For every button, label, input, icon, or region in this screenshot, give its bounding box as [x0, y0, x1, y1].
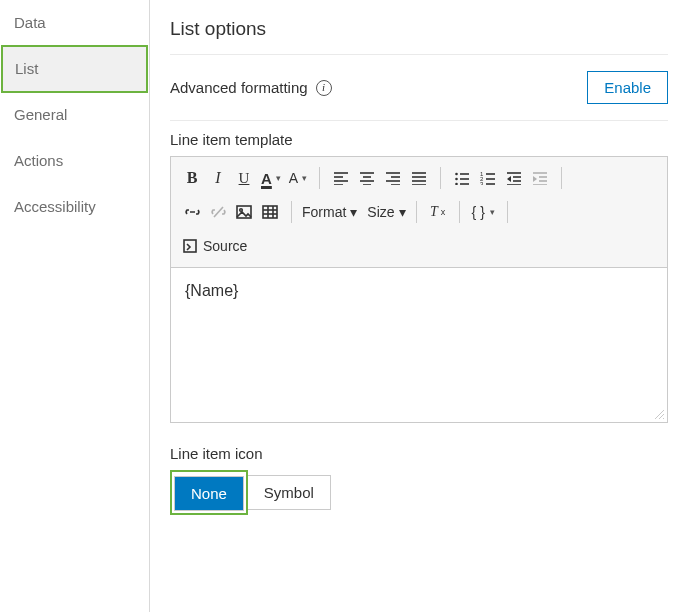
editor-toolbar: B I U A ▾ A ▾	[171, 157, 667, 268]
image-button[interactable]	[231, 199, 257, 225]
sidebar-item-data[interactable]: Data	[0, 0, 149, 46]
toolbar-separator	[291, 201, 292, 223]
line-item-template-label: Line item template	[170, 131, 668, 148]
chevron-down-icon: ▾	[490, 207, 495, 217]
svg-point-20	[455, 183, 458, 185]
chevron-down-icon: ▾	[399, 204, 406, 220]
rich-text-editor: B I U A ▾ A ▾	[170, 156, 668, 423]
svg-point-16	[455, 173, 458, 176]
main-panel: List options Advanced formatting i Enabl…	[150, 0, 688, 612]
enable-button[interactable]: Enable	[587, 71, 668, 104]
sidebar-item-label: General	[14, 106, 67, 123]
toolbar-separator	[507, 201, 508, 223]
sidebar-item-general[interactable]: General	[0, 92, 149, 138]
icon-segmented-control: None	[174, 476, 244, 511]
sidebar-item-label: Actions	[14, 152, 63, 169]
text-color-button[interactable]: A ▾	[257, 165, 285, 191]
toolbar-separator	[319, 167, 320, 189]
icon-option-none[interactable]: None	[175, 477, 243, 510]
info-icon[interactable]: i	[316, 80, 332, 96]
format-select[interactable]: Format▾	[300, 199, 359, 225]
svg-line-36	[214, 207, 223, 217]
line-item-icon-label: Line item icon	[170, 445, 668, 462]
svg-point-38	[240, 209, 243, 212]
source-icon	[183, 239, 197, 253]
bullet-list-button[interactable]	[449, 165, 475, 191]
segment-highlight: None	[170, 470, 248, 515]
sidebar-item-actions[interactable]: Actions	[0, 138, 149, 184]
size-select[interactable]: Size▾	[365, 199, 407, 225]
chevron-down-icon: ▾	[302, 173, 307, 183]
unlink-button	[205, 199, 231, 225]
toolbar-separator	[561, 167, 562, 189]
svg-point-18	[455, 178, 458, 181]
bold-button[interactable]: B	[179, 165, 205, 191]
sidebar-item-label: List	[15, 60, 38, 77]
outdent-button[interactable]	[501, 165, 527, 191]
toolbar-separator	[416, 201, 417, 223]
chevron-down-icon: ▾	[350, 204, 357, 220]
sidebar-item-label: Accessibility	[14, 198, 96, 215]
sidebar-item-label: Data	[14, 14, 46, 31]
sidebar: Data List General Actions Accessibility	[0, 0, 150, 612]
resize-handle[interactable]	[171, 408, 667, 422]
align-left-button[interactable]	[328, 165, 354, 191]
source-button[interactable]: Source	[179, 233, 251, 259]
svg-text:3: 3	[480, 181, 484, 185]
align-right-button[interactable]	[380, 165, 406, 191]
insert-field-button[interactable]: { }▾	[468, 199, 499, 225]
toolbar-separator	[440, 167, 441, 189]
svg-rect-37	[237, 206, 251, 218]
link-button[interactable]	[179, 199, 205, 225]
table-button[interactable]	[257, 199, 283, 225]
page-title: List options	[150, 0, 688, 54]
advanced-formatting-row: Advanced formatting i Enable	[170, 71, 668, 120]
remove-format-button[interactable]: Tx	[425, 199, 451, 225]
divider	[170, 120, 668, 121]
chevron-down-icon: ▾	[276, 173, 281, 183]
sidebar-item-list[interactable]: List	[1, 45, 148, 93]
italic-button[interactable]: I	[205, 165, 231, 191]
svg-rect-39	[263, 206, 277, 218]
sidebar-item-accessibility[interactable]: Accessibility	[0, 184, 149, 230]
toolbar-separator	[459, 201, 460, 223]
editor-content[interactable]: {Name}	[171, 268, 667, 408]
bg-color-button[interactable]: A ▾	[285, 165, 311, 191]
svg-line-47	[663, 418, 664, 419]
underline-button[interactable]: U	[231, 165, 257, 191]
align-center-button[interactable]	[354, 165, 380, 191]
indent-button	[527, 165, 553, 191]
advanced-formatting-label: Advanced formatting	[170, 79, 308, 96]
align-justify-button[interactable]	[406, 165, 432, 191]
numbered-list-button[interactable]: 123	[475, 165, 501, 191]
svg-line-45	[655, 410, 664, 419]
icon-option-symbol[interactable]: Symbol	[248, 476, 330, 509]
